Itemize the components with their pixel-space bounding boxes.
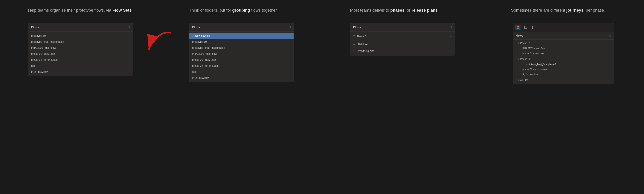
chevron-down-icon: ⌄ [450, 42, 452, 45]
new-folder-icon-1[interactable]: □ [128, 26, 130, 29]
svg-rect-2 [518, 26, 519, 27]
folder-icon-phase02: □ [518, 58, 519, 60]
chevron-down-icon: ⌄ [450, 35, 452, 38]
tree-group-label-phase02: Phase 02 [520, 58, 530, 60]
phase-label-else: Everything else [356, 50, 374, 53]
svg-rect-1 [516, 26, 518, 27]
tree-group-header-phase02[interactable]: ▾ □ Phase 02 [513, 56, 614, 62]
panel-4-caption: Sometimes there are different journeys, … [511, 8, 616, 13]
comment-icon[interactable] [531, 25, 536, 30]
tree-item-phase02-error[interactable]: phase 02 - error states [513, 67, 614, 72]
svg-point-4 [518, 28, 519, 29]
flows-box-1: Flows □ prototype 19 prototype_final_fin… [28, 23, 133, 76]
flow-item[interactable]: prototype 19 [28, 33, 133, 39]
panel-3: Most teams deliver to phases, or release… [322, 0, 483, 194]
panel-3-caption: Most teams deliver to phases, or release… [350, 8, 455, 13]
tree-item-phase01-userflow[interactable]: PHASE01 - user flow [513, 46, 614, 51]
tree-item-label: prototype_final_final phase2 [526, 63, 556, 66]
svg-rect-5 [524, 26, 527, 29]
tree-item-label: PHASE01 - user flow [522, 47, 545, 50]
flow-item[interactable]: P_2 - newflow [28, 69, 133, 75]
flows-box-3: Flows □ □ Phase 01 ⌄ □ Phase 02 ⌄ □ [350, 23, 455, 56]
flow-item[interactable]: PHASE01 - user flow [28, 45, 133, 51]
flows-title-3: Flows [353, 26, 361, 29]
tree-item-phase02-newflow[interactable]: P_2 - newflow [513, 72, 614, 77]
chevron-down-icon: ⌄ [450, 50, 452, 52]
phase-item-02[interactable]: □ Phase 02 ⌄ [350, 40, 455, 47]
flows-header-3: Flows □ [350, 23, 455, 32]
tree-group-header-allelse[interactable]: ▸ □ All Else [513, 77, 614, 83]
flows-box-2: Flows □ □ New flow set prototype 19 prot… [189, 23, 294, 82]
figma-toolbar [513, 23, 614, 32]
phase-folder-icon: □ [353, 42, 355, 45]
flow-item[interactable]: prototype_final_final phase2 [189, 45, 294, 51]
expand-icon-allelse: ▸ [516, 79, 516, 81]
tree-item-label: P_2 - newflow [522, 73, 538, 76]
flows-header-2: Flows □ [189, 23, 294, 32]
folder-icon-allelse: □ [518, 79, 519, 81]
expand-icon-phase02: ▾ [516, 58, 516, 60]
phase-folder-icon: □ [353, 35, 355, 38]
new-folder-icon-2[interactable]: □ [289, 26, 291, 29]
svg-rect-3 [516, 28, 518, 29]
tree-item-phase02-prototype[interactable]: ✓ prototype_final_final phase2 [513, 62, 614, 67]
figma-panel-header: Flows ✕ [513, 32, 614, 40]
flow-item[interactable]: prototype 19 [189, 39, 294, 45]
tree-item-label: phase 01 - new user [522, 52, 544, 55]
panel-2-caption: Think of folders, but for grouping flows… [189, 8, 294, 13]
flow-item[interactable]: phase 02 - error states [189, 63, 294, 69]
tree-group-allelse: ▸ □ All Else [513, 77, 614, 83]
phase-label-01: Phase 01 [356, 35, 368, 38]
flow-item[interactable]: PHASE01 - user flow [189, 51, 294, 57]
flow-item[interactable]: test_ _ [28, 63, 133, 69]
tree-item-phase01-newuser[interactable]: phase 01 - new user [513, 51, 614, 56]
flow-item[interactable]: prototype_final_final phase2 [28, 39, 133, 45]
figma-logo-icon[interactable] [515, 25, 520, 30]
tree-group-phase01: ▾ □ Phase 01 PHASE01 - user flow phase 0… [513, 40, 614, 56]
checkmark-icon: ✓ [522, 63, 524, 65]
flows-title-1: Flows [31, 26, 39, 29]
panel-2: Think of folders, but for grouping flows… [161, 0, 322, 194]
flow-item[interactable]: phase 01 - new user [189, 57, 294, 63]
flow-item-new-flow-set[interactable]: □ New flow set [189, 33, 294, 39]
tree-item-label: phase 02 - error states [522, 68, 547, 71]
figma-sidebar: Flows ✕ ▾ □ Phase 01 PHASE01 - user flow… [513, 23, 614, 84]
tree-group-header-phase01[interactable]: ▾ □ Phase 01 [513, 40, 614, 46]
prototype-icon[interactable] [523, 25, 528, 30]
tree-group-phase02: ▾ □ Phase 02 ✓ prototype_final_final pha… [513, 56, 614, 77]
tree-group-label-allelse: All Else [520, 79, 528, 81]
tree-group-label-phase01: Phase 01 [520, 42, 530, 44]
flows-header-1: Flows □ [28, 23, 133, 32]
phase-folder-icon: □ [353, 49, 355, 53]
phase-label-02: Phase 02 [356, 42, 368, 45]
close-icon[interactable]: ✕ [609, 34, 611, 38]
folder-icon-item: □ [192, 34, 194, 37]
sidebar-flows-title: Flows [516, 34, 523, 37]
flows-title-2: Flows [192, 26, 200, 29]
tree-section: ▾ □ Phase 01 PHASE01 - user flow phase 0… [513, 40, 614, 84]
flow-item[interactable]: test_ _ [189, 69, 294, 75]
expand-icon-phase01: ▾ [516, 42, 516, 44]
new-folder-icon-3[interactable]: □ [450, 26, 452, 29]
flow-item[interactable]: phase 02 - error states [28, 57, 133, 63]
phase-item-01[interactable]: □ Phase 01 ⌄ [350, 33, 455, 40]
flow-list-2: □ New flow set prototype 19 prototype_fi… [189, 32, 294, 82]
flow-list-1: prototype 19 prototype_final_final phase… [28, 32, 133, 76]
phase-item-else[interactable]: □ Everything else ⌄ [350, 47, 455, 55]
panel-4: Sometimes there are different journeys, … [483, 0, 644, 194]
flow-item[interactable]: P_2 - newflow [189, 75, 294, 81]
phase-list: □ Phase 01 ⌄ □ Phase 02 ⌄ □ Everything e… [350, 32, 455, 56]
panel-1-caption: Help teams organise their prototype flow… [28, 8, 133, 13]
panel-1: Help teams organise their prototype flow… [0, 0, 161, 194]
folder-icon-phase01: □ [518, 42, 519, 44]
flow-item[interactable]: phase 01 - new user [28, 51, 133, 57]
